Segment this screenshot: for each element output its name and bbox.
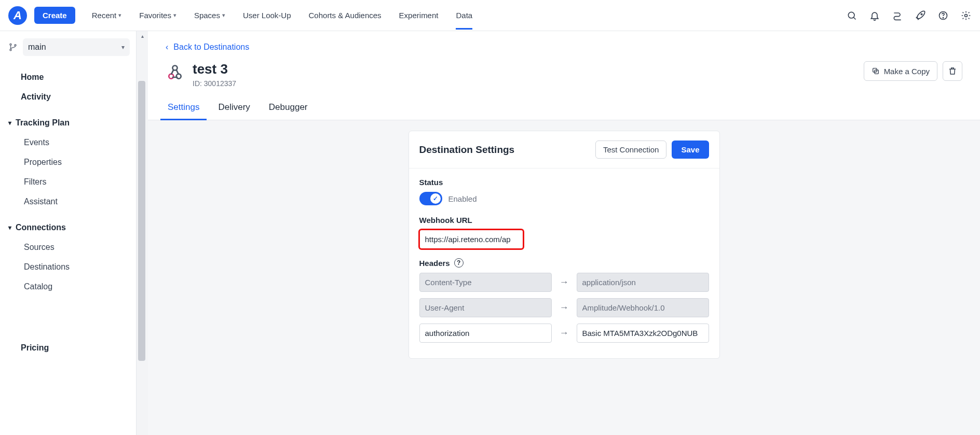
webhook-icon (166, 63, 184, 82)
webhook-url-label: Webhook URL (419, 216, 709, 224)
sidebar-item-catalog[interactable]: Catalog (6, 277, 130, 297)
status-value: Enabled (448, 194, 477, 203)
tab-delivery[interactable]: Delivery (216, 97, 252, 120)
header-key-input (419, 298, 552, 317)
topnav-label: Recent (92, 11, 117, 20)
sidebar-item-filters[interactable]: Filters (6, 172, 130, 192)
header-row: → (419, 298, 709, 317)
scrollbar-thumb[interactable] (138, 81, 145, 361)
destination-settings-card: Destination Settings Test Connection Sav… (409, 131, 720, 359)
create-button[interactable]: Create (34, 7, 75, 24)
sidebar-group-label: Tracking Plan (16, 118, 70, 128)
chevron-down-icon: ▾ (222, 12, 225, 19)
page-id: ID: 30012337 (193, 79, 236, 88)
delete-button[interactable] (943, 61, 962, 81)
status-label: Status (419, 178, 709, 187)
sidebar-item-pricing[interactable]: Pricing (6, 338, 130, 358)
topnav-item-spaces[interactable]: Spaces▾ (187, 2, 233, 29)
page-title: test 3 (193, 61, 236, 77)
topnav-item-user-look-up[interactable]: User Look-Up (236, 2, 298, 29)
sidebar-item-events[interactable]: Events (6, 133, 130, 152)
svg-point-11 (173, 66, 178, 71)
topbar: A Create Recent▾Favorites▾Spaces▾User Lo… (0, 0, 980, 31)
search-icon[interactable] (846, 10, 857, 21)
svg-point-0 (848, 12, 854, 18)
arrow-right-icon: → (558, 328, 570, 339)
branch-select[interactable]: main ▾ (23, 38, 130, 56)
topbar-icons (846, 10, 972, 21)
chevron-left-icon: ‹ (166, 43, 168, 52)
topnav-item-data[interactable]: Data (448, 2, 480, 29)
copy-icon (872, 67, 880, 75)
topnav-label: Cohorts & Audiences (309, 11, 382, 20)
rocket-icon[interactable] (915, 10, 926, 21)
tabs: SettingsDeliveryDebugger (166, 97, 962, 120)
svg-point-6 (10, 44, 11, 45)
svg-line-1 (854, 17, 856, 19)
branch-name: main (28, 43, 46, 52)
header-value-input (577, 298, 709, 317)
webhook-url-input[interactable] (419, 230, 523, 249)
headers-label-text: Headers (419, 259, 450, 268)
make-a-copy-button[interactable]: Make a Copy (864, 61, 937, 81)
header-value-input (577, 273, 709, 292)
topnav-item-cohorts-audiences[interactable]: Cohorts & Audiences (302, 2, 389, 29)
back-link-label: Back to Destinations (173, 43, 249, 52)
sidebar-item-sources[interactable]: Sources (6, 237, 130, 257)
sidebar-item-properties[interactable]: Properties (6, 152, 130, 172)
gear-icon[interactable] (960, 10, 972, 21)
bell-icon[interactable] (869, 10, 880, 21)
chevron-down-icon: ▾ (8, 224, 11, 231)
trash-icon (948, 66, 957, 76)
header-key-input[interactable] (419, 324, 552, 343)
svg-point-4 (943, 17, 943, 18)
back-to-destinations-link[interactable]: ‹ Back to Destinations (166, 40, 249, 61)
topnav-label: Data (456, 11, 472, 20)
chevron-down-icon: ▾ (8, 119, 11, 127)
main: ‹ Back to Destinations test 3 ID: 300123… (148, 31, 980, 435)
header-row: → (419, 324, 709, 343)
arrow-right-icon: → (558, 277, 570, 288)
save-button[interactable]: Save (672, 141, 709, 159)
branch-icon (8, 43, 18, 52)
svg-point-5 (965, 14, 968, 17)
sidebar-item-home[interactable]: Home (6, 67, 130, 87)
tab-settings[interactable]: Settings (166, 97, 201, 120)
header-row: → (419, 273, 709, 292)
sidebar-item-destinations[interactable]: Destinations (6, 257, 130, 277)
make-a-copy-label: Make a Copy (884, 67, 930, 76)
logo[interactable]: A (8, 6, 27, 25)
topnav-label: Experiment (399, 11, 439, 20)
svg-point-2 (921, 13, 922, 15)
topnav-label: Spaces (194, 11, 220, 20)
headers-label: Headers ? (419, 258, 709, 268)
sidebar-group-connections[interactable]: ▾ Connections (6, 218, 130, 237)
topnav-item-recent[interactable]: Recent▾ (85, 2, 129, 29)
sidebar-item-assistant[interactable]: Assistant (6, 192, 130, 212)
sidebar-group-label: Connections (16, 223, 66, 232)
sidebar-item-activity[interactable]: Activity (6, 87, 130, 107)
headers-help-icon[interactable]: ? (454, 258, 464, 268)
header-value-input[interactable] (577, 324, 709, 343)
svg-point-7 (10, 49, 11, 51)
topnav-item-experiment[interactable]: Experiment (392, 2, 446, 29)
sidebar: main ▾ Home Activity ▾ Tracking Plan Eve… (0, 31, 137, 435)
test-connection-button[interactable]: Test Connection (595, 141, 667, 159)
topnav-label: Favorites (139, 11, 171, 20)
topnav-label: User Look-Up (243, 11, 291, 20)
chevron-down-icon: ▾ (118, 12, 121, 19)
top-nav: Recent▾Favorites▾Spaces▾User Look-UpCoho… (85, 2, 846, 29)
chevron-down-icon: ▾ (173, 12, 176, 19)
header-key-input (419, 273, 552, 292)
sidebar-group-tracking-plan[interactable]: ▾ Tracking Plan (6, 113, 130, 133)
route-icon[interactable] (892, 10, 903, 21)
arrow-right-icon: → (558, 302, 570, 313)
scroll-up-icon[interactable]: ▴ (137, 31, 148, 40)
help-icon[interactable] (937, 10, 949, 21)
topnav-item-favorites[interactable]: Favorites▾ (132, 2, 184, 29)
sidebar-scrollbar[interactable]: ▴ (137, 31, 148, 435)
svg-point-8 (15, 45, 16, 46)
card-title: Destination Settings (419, 144, 515, 156)
tab-debugger[interactable]: Debugger (267, 97, 310, 120)
status-toggle[interactable] (419, 192, 442, 205)
